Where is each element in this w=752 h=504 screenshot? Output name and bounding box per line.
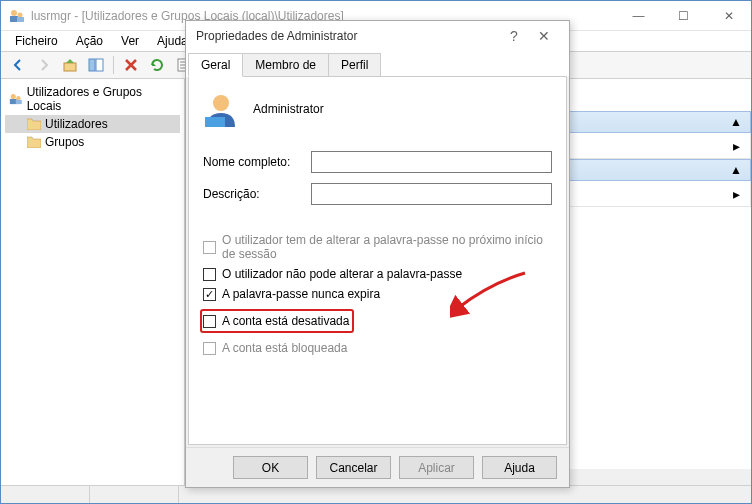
account-disabled-checkbox[interactable] [203, 315, 216, 328]
user-heading: Administrator [203, 91, 552, 127]
users-groups-icon [9, 92, 23, 106]
delete-button[interactable] [120, 54, 142, 76]
minimize-button[interactable]: — [616, 1, 661, 30]
account-locked-row: A conta está bloqueada [203, 341, 552, 355]
tree-users-label: Utilizadores [45, 117, 108, 131]
cannot-change-password-checkbox[interactable] [203, 268, 216, 281]
user-icon [203, 91, 239, 127]
menu-file[interactable]: Ficheiro [7, 32, 66, 50]
cannot-change-password-label: O utilizador não pode alterar a palavra-… [222, 267, 462, 281]
window-controls: — ☐ ✕ [616, 1, 751, 30]
description-label: Descrição: [203, 187, 303, 201]
toolbar-separator [113, 56, 114, 74]
apply-button[interactable]: Aplicar [399, 456, 474, 479]
status-cell [1, 486, 90, 503]
forward-button[interactable] [33, 54, 55, 76]
svg-point-10 [11, 94, 16, 99]
svg-point-14 [213, 95, 229, 111]
never-expires-label: A palavra-passe nunca expira [222, 287, 380, 301]
tab-strip: Geral Membro de Perfil [186, 51, 569, 77]
cannot-change-password-row[interactable]: O utilizador não pode alterar a palavra-… [203, 267, 552, 281]
dialog-close-button[interactable]: ✕ [529, 28, 559, 44]
close-button[interactable]: ✕ [706, 1, 751, 30]
menu-view[interactable]: Ver [113, 32, 147, 50]
account-locked-label: A conta está bloqueada [222, 341, 347, 355]
svg-rect-11 [10, 99, 17, 104]
svg-rect-13 [16, 100, 22, 104]
must-change-password-row: O utilizador tem de alterar a palavra-pa… [203, 233, 552, 261]
tree-root-label: Utilizadores e Grupos Locais [27, 85, 176, 113]
tree-groups[interactable]: Grupos [5, 133, 180, 151]
back-button[interactable] [7, 54, 29, 76]
svg-point-12 [16, 96, 20, 100]
description-input[interactable] [311, 183, 552, 205]
tab-content: Administrator Nome completo: Descrição: … [188, 76, 567, 445]
user-name: Administrator [253, 102, 324, 116]
account-disabled-row[interactable]: A conta está desativada [203, 314, 349, 328]
refresh-button[interactable] [146, 54, 168, 76]
dialog-button-bar: OK Cancelar Aplicar Ajuda [186, 447, 569, 487]
must-change-password-label: O utilizador tem de alterar a palavra-pa… [222, 233, 552, 261]
account-disabled-label: A conta está desativada [222, 314, 349, 328]
highlight-box: A conta está desativada [200, 309, 354, 333]
fullname-label: Nome completo: [203, 155, 303, 169]
svg-rect-1 [10, 16, 18, 22]
never-expires-row[interactable]: A palavra-passe nunca expira [203, 287, 552, 301]
folder-icon [27, 136, 41, 148]
tree-panel: Utilizadores e Grupos Locais Utilizadore… [1, 79, 185, 485]
svg-point-0 [11, 10, 17, 16]
fullname-row: Nome completo: [203, 151, 552, 173]
tree-users[interactable]: Utilizadores [5, 115, 180, 133]
tree-groups-label: Grupos [45, 135, 84, 149]
folder-icon [27, 118, 41, 130]
menu-action[interactable]: Ação [68, 32, 111, 50]
svg-rect-6 [96, 59, 103, 71]
tab-member-of[interactable]: Membro de [242, 53, 329, 77]
up-button[interactable] [59, 54, 81, 76]
description-row: Descrição: [203, 183, 552, 205]
tree-root[interactable]: Utilizadores e Grupos Locais [5, 83, 180, 115]
tab-general[interactable]: Geral [188, 53, 243, 77]
svg-rect-5 [89, 59, 95, 71]
fullname-input[interactable] [311, 151, 552, 173]
dialog-titlebar: Propriedades de Administrator ? ✕ [186, 21, 569, 51]
svg-rect-3 [17, 17, 24, 22]
help-button[interactable]: Ajuda [482, 456, 557, 479]
status-cell [90, 486, 179, 503]
properties-dialog: Propriedades de Administrator ? ✕ Geral … [185, 20, 570, 488]
tab-profile[interactable]: Perfil [328, 53, 381, 77]
show-hide-button[interactable] [85, 54, 107, 76]
app-icon [9, 8, 25, 24]
maximize-button[interactable]: ☐ [661, 1, 706, 30]
svg-rect-15 [205, 117, 225, 127]
never-expires-checkbox[interactable] [203, 288, 216, 301]
dialog-help-button[interactable]: ? [499, 28, 529, 44]
svg-point-2 [18, 12, 23, 17]
cancel-button[interactable]: Cancelar [316, 456, 391, 479]
must-change-password-checkbox [203, 241, 216, 254]
svg-rect-4 [64, 63, 76, 71]
dialog-title: Propriedades de Administrator [196, 29, 499, 43]
ok-button[interactable]: OK [233, 456, 308, 479]
account-locked-checkbox [203, 342, 216, 355]
